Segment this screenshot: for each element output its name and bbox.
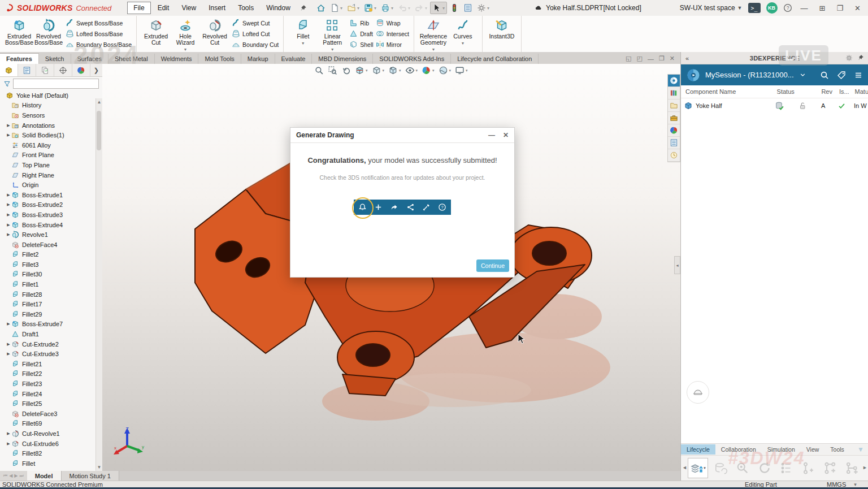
expand-arrow-icon[interactable]: ▶ bbox=[6, 133, 11, 137]
ribbon-button-revolved-boss-base[interactable]: Revolved Boss/Base bbox=[34, 18, 63, 46]
tree-item-fillet30[interactable]: Fillet30 bbox=[0, 270, 102, 280]
file-properties-button[interactable] bbox=[462, 2, 474, 14]
tree-item-fillet3[interactable]: Fillet3 bbox=[0, 259, 102, 270]
session-chevron-down-icon[interactable] bbox=[799, 71, 806, 79]
ribbon-button-fillet[interactable]: Fillet▼ bbox=[288, 18, 318, 46]
scroll-up-icon[interactable]: ▲ bbox=[96, 98, 102, 105]
ribbon-button-shell[interactable]: Shell bbox=[349, 39, 373, 50]
tab-featuremanager[interactable] bbox=[0, 64, 18, 76]
tools-button[interactable] bbox=[419, 200, 433, 215]
add-button[interactable] bbox=[371, 200, 386, 215]
panel-tab-simulation[interactable]: Simulation bbox=[762, 444, 801, 455]
ribbon-button-boundary-boss-base[interactable]: Boundary Boss/Base bbox=[66, 39, 132, 50]
hide-show-items-button[interactable]: ▾ bbox=[405, 66, 418, 75]
view-settings-button[interactable]: ▾ bbox=[455, 66, 468, 75]
ribbon-button-swept-cut[interactable]: Swept Cut bbox=[232, 18, 279, 28]
tree-item-sensors[interactable]: Sensors bbox=[0, 110, 102, 120]
tab-surfaces[interactable]: Surfaces bbox=[71, 54, 108, 64]
tab-sketch[interactable]: Sketch bbox=[39, 54, 71, 64]
model-tab-model[interactable]: Model bbox=[27, 471, 62, 481]
ribbon-button-mirror[interactable]: Mirror bbox=[376, 39, 409, 50]
help-button[interactable]: ? bbox=[435, 200, 450, 215]
user-avatar[interactable]: KB bbox=[766, 2, 778, 14]
panel-tab-view[interactable]: View bbox=[801, 444, 825, 455]
ribbon-button-extruded-cut[interactable]: Extruded Cut bbox=[141, 18, 171, 46]
tag-icon[interactable] bbox=[837, 71, 846, 80]
ribbon-button-lofted-boss-base[interactable]: Lofted Boss/Base bbox=[66, 28, 132, 39]
tree-scrollbar[interactable]: ▲ ▼ bbox=[96, 98, 102, 471]
window-close-button[interactable]: ✕ bbox=[852, 4, 863, 12]
panel-tabs-overflow-icon[interactable]: ❯ bbox=[94, 67, 102, 74]
scrollbar-thumb[interactable] bbox=[97, 111, 101, 150]
search-icon[interactable] bbox=[820, 71, 829, 80]
dialog-title-bar[interactable]: Generate Drawing — ✕ bbox=[290, 128, 514, 143]
session-name[interactable]: MySession - (R11321000... bbox=[705, 71, 794, 79]
tree-item-revolve1[interactable]: ▶Revolve1 bbox=[0, 230, 102, 240]
tab-mbd-dimensions[interactable]: MBD Dimensions bbox=[312, 54, 373, 64]
section-view-button[interactable]: ▾ bbox=[355, 66, 368, 75]
tree-item-fillet69[interactable]: Fillet69 bbox=[0, 419, 102, 429]
ribbon-button-wrap[interactable]: Wrap bbox=[376, 18, 409, 28]
panel-tab-lifecycle[interactable]: Lifecycle bbox=[681, 444, 715, 455]
undo-button[interactable]: ▾ bbox=[396, 2, 412, 14]
toolbar-scroll-left-icon[interactable]: ◄ bbox=[682, 465, 687, 470]
expand-arrow-icon[interactable]: ▶ bbox=[6, 223, 11, 227]
ribbon-button-draft[interactable]: Draft bbox=[349, 28, 373, 39]
menu-edit[interactable]: Edit bbox=[152, 2, 175, 14]
panel-settings-gear-icon[interactable] bbox=[845, 54, 853, 62]
taskpane-sw-resources-tab[interactable] bbox=[668, 149, 680, 162]
zoom-to-fit-button[interactable] bbox=[314, 66, 324, 75]
column-matu[interactable]: Matu bbox=[855, 88, 868, 95]
tree-item-history[interactable]: History bbox=[0, 101, 102, 111]
ribbon-button-rib[interactable]: Rib bbox=[349, 18, 373, 28]
taskpane-3dexperience-tab[interactable] bbox=[668, 75, 680, 87]
tree-item-fillet21[interactable]: Fillet21 bbox=[0, 359, 102, 369]
tree-item-yoke-half-root[interactable]: Yoke Half (Default) bbox=[0, 90, 102, 101]
tree-item-fillet1[interactable]: Fillet1 bbox=[0, 279, 102, 289]
expand-arrow-icon[interactable]: ▶ bbox=[6, 322, 11, 326]
panel-collapse-handle[interactable]: ◄ bbox=[674, 256, 680, 274]
tab-sheet-metal[interactable]: Sheet Metal bbox=[108, 54, 155, 64]
menu-insert[interactable]: Insert bbox=[203, 2, 231, 14]
share-button[interactable] bbox=[403, 200, 418, 215]
edit-appearance-button[interactable]: ▾ bbox=[422, 66, 435, 75]
tree-item-fillet28[interactable]: Fillet28 bbox=[0, 289, 102, 300]
tree-item-boss-extrude3[interactable]: ▶Boss-Extrude3 bbox=[0, 210, 102, 220]
units-selector[interactable]: MMGS▾ bbox=[827, 481, 857, 488]
tab-features[interactable]: Features bbox=[0, 53, 39, 64]
tab-evaluate[interactable]: Evaluate bbox=[275, 54, 313, 64]
expand-arrow-icon[interactable]: ▶ bbox=[6, 352, 11, 356]
display-style-button[interactable]: ▾ bbox=[388, 66, 401, 75]
tree-filter-input[interactable] bbox=[13, 79, 99, 89]
menu-window[interactable]: Window bbox=[261, 2, 296, 14]
continue-button[interactable]: Continue bbox=[476, 259, 509, 272]
scroll-down-icon[interactable]: ▼ bbox=[96, 465, 102, 470]
doc-close-button[interactable]: ✕ bbox=[670, 55, 675, 62]
doc-restore-button[interactable]: ❐ bbox=[659, 55, 665, 62]
tree-item-cut-revolve1[interactable]: ▶Cut-Revolve1 bbox=[0, 429, 102, 439]
new-doc-button[interactable]: ▾ bbox=[328, 2, 344, 14]
tree-item-fillet82[interactable]: Fillet82 bbox=[0, 448, 102, 458]
tree-item-boss-extrude4[interactable]: ▶Boss-Extrude4 bbox=[0, 220, 102, 230]
window-restore-button[interactable]: ❐ bbox=[834, 4, 846, 12]
expand-arrow-icon[interactable]: ▶ bbox=[6, 342, 11, 347]
print-button[interactable]: ▾ bbox=[379, 2, 395, 14]
expand-arrow-icon[interactable]: ▶ bbox=[6, 123, 11, 128]
assistant-helmet-icon[interactable] bbox=[687, 381, 709, 404]
tree-item-boss-extrude2[interactable]: ▶Boss-Extrude2 bbox=[0, 200, 102, 210]
pin-menu-icon[interactable] bbox=[300, 5, 307, 12]
ribbon-button-swept-boss-base[interactable]: Swept Boss/Base bbox=[66, 18, 132, 28]
column-component-name[interactable]: Component Name bbox=[681, 88, 777, 95]
tab-solidworks-add-ins[interactable]: SOLIDWORKS Add-Ins bbox=[373, 54, 451, 64]
column-rev[interactable]: Rev bbox=[821, 88, 839, 95]
tree-item-fillet23[interactable]: Fillet23 bbox=[0, 379, 102, 389]
tree-item-deleteface4[interactable]: DeleteFace4 bbox=[0, 240, 102, 250]
tree-item-6061-alloy[interactable]: 6061 Alloy bbox=[0, 140, 102, 150]
doc-prev-icon[interactable]: ◱ bbox=[626, 55, 631, 62]
tree-item-fillet25[interactable]: Fillet25 bbox=[0, 399, 102, 409]
panel-pin-icon[interactable] bbox=[857, 54, 864, 61]
ribbon-button-lofted-cut[interactable]: Lofted Cut bbox=[232, 28, 279, 39]
window-minimize-button[interactable]: — bbox=[798, 4, 811, 12]
previous-view-button[interactable] bbox=[341, 66, 351, 75]
doc-minimize-button[interactable]: — bbox=[648, 55, 654, 62]
